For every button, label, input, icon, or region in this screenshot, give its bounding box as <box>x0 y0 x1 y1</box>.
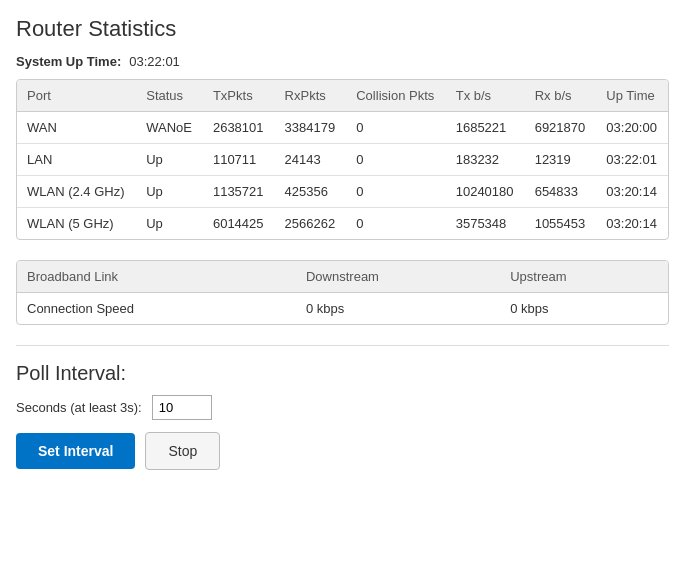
stop-button[interactable]: Stop <box>145 432 220 470</box>
broadband-col-header: Downstream <box>296 261 500 293</box>
table-cell: 0 <box>346 176 445 208</box>
table-cell: 10240180 <box>446 176 525 208</box>
system-uptime-value: 03:22:01 <box>129 54 180 69</box>
router-table-header-row: PortStatusTxPktsRxPktsCollision PktsTx b… <box>17 80 668 112</box>
router-stats-table-container: PortStatusTxPktsRxPktsCollision PktsTx b… <box>16 79 669 240</box>
table-cell: 183232 <box>446 144 525 176</box>
table-cell: Connection Speed <box>17 293 296 325</box>
table-cell: 24143 <box>275 144 347 176</box>
table-cell: 6014425 <box>203 208 275 240</box>
router-col-header: Tx b/s <box>446 80 525 112</box>
table-cell: 1135721 <box>203 176 275 208</box>
page-title: Router Statistics <box>16 16 669 42</box>
table-cell: WANoE <box>136 112 203 144</box>
table-cell: 0 <box>346 112 445 144</box>
table-cell: WLAN (5 GHz) <box>17 208 136 240</box>
router-col-header: Up Time <box>596 80 668 112</box>
broadband-table: Broadband LinkDownstreamUpstream Connect… <box>17 261 668 324</box>
broadband-table-body: Connection Speed0 kbps0 kbps <box>17 293 668 325</box>
table-cell: 3575348 <box>446 208 525 240</box>
table-cell: 1685221 <box>446 112 525 144</box>
table-cell: 654833 <box>525 176 597 208</box>
table-cell: 0 <box>346 208 445 240</box>
table-cell: 0 kbps <box>296 293 500 325</box>
seconds-input[interactable] <box>152 395 212 420</box>
router-table-body: WANWANoE2638101338417901685221692187003:… <box>17 112 668 240</box>
table-row: Connection Speed0 kbps0 kbps <box>17 293 668 325</box>
table-cell: WLAN (2.4 GHz) <box>17 176 136 208</box>
router-col-header: RxPkts <box>275 80 347 112</box>
table-cell: 110711 <box>203 144 275 176</box>
router-col-header: Port <box>17 80 136 112</box>
table-row: WLAN (2.4 GHz)Up113572142535601024018065… <box>17 176 668 208</box>
table-cell: 425356 <box>275 176 347 208</box>
broadband-table-container: Broadband LinkDownstreamUpstream Connect… <box>16 260 669 325</box>
table-cell: LAN <box>17 144 136 176</box>
table-cell: 03:22:01 <box>596 144 668 176</box>
system-uptime-label: System Up Time: <box>16 54 121 69</box>
table-cell: Up <box>136 144 203 176</box>
table-cell: 0 <box>346 144 445 176</box>
table-cell: 2566262 <box>275 208 347 240</box>
router-col-header: Collision Pkts <box>346 80 445 112</box>
table-row: LANUp1107112414301832321231903:22:01 <box>17 144 668 176</box>
table-row: WLAN (5 GHz)Up60144252566262035753481055… <box>17 208 668 240</box>
table-cell: 6921870 <box>525 112 597 144</box>
table-row: WANWANoE2638101338417901685221692187003:… <box>17 112 668 144</box>
router-stats-table: PortStatusTxPktsRxPktsCollision PktsTx b… <box>17 80 668 239</box>
broadband-header-row: Broadband LinkDownstreamUpstream <box>17 261 668 293</box>
section-divider <box>16 345 669 346</box>
router-col-header: Status <box>136 80 203 112</box>
seconds-label: Seconds (at least 3s): <box>16 400 142 415</box>
router-col-header: Rx b/s <box>525 80 597 112</box>
set-interval-button[interactable]: Set Interval <box>16 433 135 469</box>
table-cell: 03:20:14 <box>596 208 668 240</box>
table-cell: Up <box>136 208 203 240</box>
table-cell: 2638101 <box>203 112 275 144</box>
table-cell: 3384179 <box>275 112 347 144</box>
table-cell: 03:20:14 <box>596 176 668 208</box>
poll-interval-title: Poll Interval: <box>16 362 669 385</box>
broadband-col-header: Upstream <box>500 261 668 293</box>
table-cell: 03:20:00 <box>596 112 668 144</box>
router-col-header: TxPkts <box>203 80 275 112</box>
table-cell: 1055453 <box>525 208 597 240</box>
table-cell: 12319 <box>525 144 597 176</box>
poll-section: Poll Interval: Seconds (at least 3s): Se… <box>16 362 669 470</box>
table-cell: WAN <box>17 112 136 144</box>
broadband-col-header: Broadband Link <box>17 261 296 293</box>
table-cell: 0 kbps <box>500 293 668 325</box>
table-cell: Up <box>136 176 203 208</box>
